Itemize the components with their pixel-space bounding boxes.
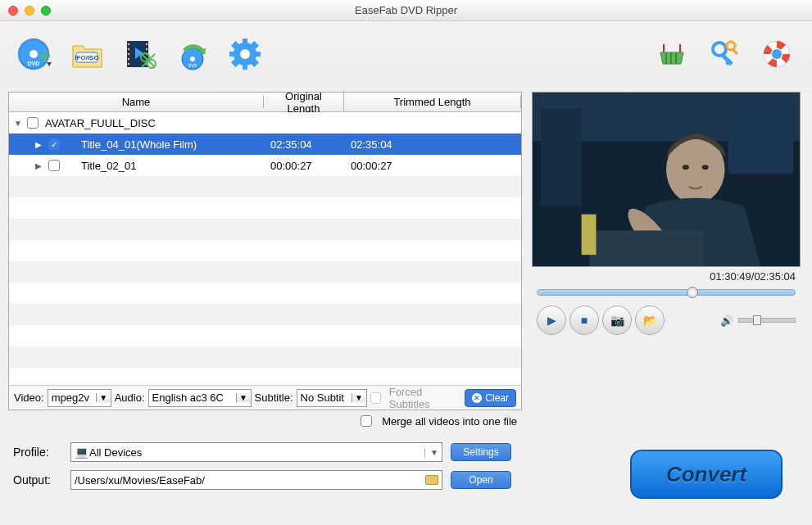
expand-icon[interactable]: ▼ xyxy=(14,119,24,128)
subtitle-select[interactable]: ▼ xyxy=(297,389,367,407)
window-maximize-button[interactable] xyxy=(41,6,51,16)
expand-icon[interactable]: ▶ xyxy=(35,161,45,170)
devices-icon: 💻 xyxy=(75,446,89,459)
camera-icon: 📷 xyxy=(610,314,624,327)
title-trimmed: 00:00:27 xyxy=(344,160,521,172)
title-original: 02:35:04 xyxy=(264,138,344,151)
profile-settings-button[interactable]: Settings xyxy=(451,443,511,461)
open-folder-button[interactable]: 📂 xyxy=(635,305,665,335)
volume-slider[interactable] xyxy=(738,318,796,323)
svg-rect-32 xyxy=(254,52,261,57)
expand-icon[interactable]: ▶ xyxy=(35,140,45,149)
svg-point-12 xyxy=(128,48,129,50)
svg-point-15 xyxy=(128,63,129,65)
svg-text:DVD: DVD xyxy=(188,63,197,68)
svg-rect-31 xyxy=(229,52,236,57)
edit-video-button[interactable] xyxy=(120,34,161,75)
table-row[interactable]: ▶ Title_02_01 00:00:27 00:00:27 xyxy=(9,155,521,176)
profile-select[interactable]: 💻 All Devices ▼ xyxy=(70,442,442,462)
seek-bar[interactable] xyxy=(528,283,804,302)
column-original-length[interactable]: Original Length xyxy=(264,90,344,115)
svg-point-13 xyxy=(128,53,129,55)
clear-x-icon: ✕ xyxy=(472,393,482,403)
disc-row[interactable]: ▼ AVATAR_FUULL_DISC xyxy=(9,112,521,134)
seek-thumb[interactable] xyxy=(687,287,698,298)
table-body: ▼ AVATAR_FUULL_DISC ▶ ✓ Title_04_01(Whol… xyxy=(9,112,521,385)
column-name[interactable]: Name xyxy=(9,96,264,108)
settings-gear-button[interactable] xyxy=(225,34,265,75)
chevron-down-icon[interactable]: ▼ xyxy=(352,393,366,402)
svg-rect-5 xyxy=(39,55,50,57)
svg-point-37 xyxy=(240,49,250,59)
svg-rect-30 xyxy=(243,63,247,70)
output-label: Output: xyxy=(13,473,62,487)
title-checkbox[interactable]: ✓ xyxy=(48,138,60,150)
window-close-button[interactable] xyxy=(8,6,18,16)
svg-rect-39 xyxy=(670,52,672,64)
forced-subtitles-checkbox[interactable] xyxy=(370,392,381,404)
snapshot-button[interactable]: 📷 xyxy=(602,305,632,335)
preview-image xyxy=(532,92,801,267)
svg-text:DVD: DVD xyxy=(28,61,40,66)
svg-rect-40 xyxy=(675,52,677,64)
convert-button[interactable]: Convert xyxy=(630,450,783,499)
audio-input[interactable] xyxy=(149,391,236,404)
title-checkbox[interactable] xyxy=(48,160,60,171)
play-button[interactable]: ▶ xyxy=(537,305,566,335)
folder-icon: 📂 xyxy=(643,314,657,327)
purchase-button[interactable] xyxy=(651,34,692,75)
title-list-panel: Name Original Length Trimmed Length ▼ AV… xyxy=(8,92,522,410)
audio-select[interactable]: ▼ xyxy=(148,389,252,407)
output-path-field[interactable]: /Users/xu/Movies/EaseFab/ xyxy=(70,470,442,490)
disc-name: AVATAR_FUULL_DISC xyxy=(43,117,264,129)
browse-folder-icon[interactable] xyxy=(425,475,438,485)
chevron-down-icon[interactable]: ▼ xyxy=(424,448,438,457)
help-button[interactable] xyxy=(756,34,797,75)
video-input[interactable] xyxy=(48,391,96,404)
titlebar: EaseFab DVD Ripper xyxy=(0,0,812,21)
subtitle-label: Subtitle: xyxy=(255,391,293,404)
video-label: Video: xyxy=(14,391,44,404)
load-iso-button[interactable]: IFO/ISO xyxy=(67,34,108,75)
stop-button[interactable]: ■ xyxy=(569,305,599,335)
chevron-down-icon[interactable]: ▼ xyxy=(236,393,251,402)
svg-rect-58 xyxy=(533,93,800,266)
merge-label: Merge all videos into one file xyxy=(382,415,517,428)
svg-rect-38 xyxy=(665,52,667,64)
disc-checkbox[interactable] xyxy=(27,117,39,129)
title-original: 00:00:27 xyxy=(264,160,344,172)
stream-controls: Video: ▼ Audio: ▼ Subtitle: ▼ Forced Sub… xyxy=(9,385,521,410)
merge-checkbox[interactable] xyxy=(361,415,372,427)
preview-panel: 01:30:49/02:35:04 ▶ ■ 📷 📂 🔊 xyxy=(528,92,804,410)
window-title: EaseFab DVD Ripper xyxy=(355,4,457,16)
forced-subtitles-label: Forced Subtitles xyxy=(389,386,462,410)
clear-button[interactable]: ✕ Clear xyxy=(465,389,516,407)
register-key-button[interactable] xyxy=(704,34,745,75)
window-minimize-button[interactable] xyxy=(25,6,34,16)
video-select[interactable]: ▼ xyxy=(48,389,111,407)
stop-icon: ■ xyxy=(581,314,587,327)
profile-label: Profile: xyxy=(13,446,62,459)
play-icon: ▶ xyxy=(547,314,556,327)
profile-value: All Devices xyxy=(89,446,424,459)
playback-time: 01:30:49/02:35:04 xyxy=(528,267,804,283)
svg-rect-29 xyxy=(243,38,247,45)
volume-thumb[interactable] xyxy=(753,315,761,325)
load-dvd-button[interactable]: DVD xyxy=(15,34,56,75)
column-trimmed-length[interactable]: Trimmed Length xyxy=(344,96,521,108)
svg-point-17 xyxy=(146,48,147,50)
svg-point-47 xyxy=(772,49,782,59)
subtitle-input[interactable] xyxy=(297,391,352,404)
svg-point-16 xyxy=(146,43,147,45)
svg-point-26 xyxy=(190,57,195,61)
refresh-disc-button[interactable]: DVD xyxy=(172,34,213,75)
svg-point-11 xyxy=(128,43,129,45)
chevron-down-icon[interactable]: ▼ xyxy=(96,393,111,402)
table-row[interactable]: ▶ ✓ Title_04_01(Whole Film) 02:35:04 02:… xyxy=(9,134,521,155)
output-value: /Users/xu/Movies/EaseFab/ xyxy=(75,474,425,487)
main-toolbar: DVD IFO/ISO DVD xyxy=(0,21,812,87)
title-name: Title_04_01(Whole Film) xyxy=(79,138,264,151)
open-output-button[interactable]: Open xyxy=(451,471,511,489)
table-header: Name Original Length Trimmed Length xyxy=(9,93,521,112)
volume-icon[interactable]: 🔊 xyxy=(720,315,733,327)
